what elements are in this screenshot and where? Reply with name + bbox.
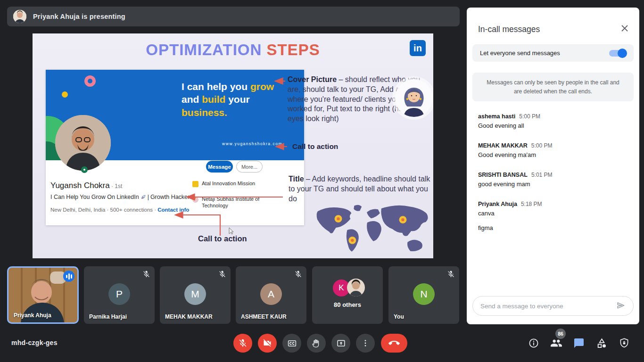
chat-message-list: ashema hasti5:00 PM Good evening all MEH… xyxy=(478,113,630,245)
mouse-cursor-icon xyxy=(229,228,234,234)
message-text: canva xyxy=(478,210,630,217)
mic-off-icon xyxy=(294,270,302,278)
participant-name: You xyxy=(394,313,404,320)
message-text: Good evening all xyxy=(478,122,630,129)
chat-panel-button[interactable] xyxy=(572,337,586,350)
mic-off-icon xyxy=(238,338,248,348)
message-text: good evening mam xyxy=(478,181,630,188)
sender-name: SRISHTI BANSAL xyxy=(478,172,528,178)
avatar: A xyxy=(260,283,282,305)
allow-messages-toggle[interactable] xyxy=(609,50,626,57)
mic-off-icon xyxy=(142,270,150,278)
mic-off-icon xyxy=(447,270,455,278)
audio-activity-indicator xyxy=(63,271,74,282)
chat-panel-title: In-call messages xyxy=(478,25,540,34)
allow-messages-label: Let everyone send messages xyxy=(480,49,609,57)
videocam-off-icon xyxy=(263,338,272,348)
avatar: N xyxy=(413,283,435,305)
presenter-avatar xyxy=(13,10,26,23)
sender-name: ashema hasti xyxy=(478,113,515,120)
send-icon xyxy=(616,300,626,311)
chat-icon xyxy=(573,337,585,349)
more-vert-icon xyxy=(361,338,370,348)
chat-message: Priyank Ahuja5:18 PM canva figma xyxy=(478,201,630,231)
send-message-button[interactable] xyxy=(614,299,627,313)
avatar: P xyxy=(108,283,130,305)
avatar-photo xyxy=(347,279,365,296)
meeting-details-button[interactable] xyxy=(527,337,540,350)
camera-toggle-button[interactable] xyxy=(258,334,277,353)
toggle-knob xyxy=(618,49,627,58)
present-screen-icon xyxy=(336,338,346,348)
message-time: 5:00 PM xyxy=(531,142,553,149)
person-photo-icon xyxy=(347,279,365,296)
sender-name: MEHAK MAKKAR xyxy=(478,142,528,149)
shield-lock-icon xyxy=(619,337,630,349)
meeting-code: mhd-czgk-ges xyxy=(11,339,58,346)
end-call-button[interactable] xyxy=(381,334,407,353)
activities-icon xyxy=(596,337,608,349)
participant-tile-parnika[interactable]: P Parnika Harjai xyxy=(84,266,155,324)
chat-message: MEHAK MAKKAR5:00 PM Good evening ma'am xyxy=(478,142,630,158)
captions-icon xyxy=(287,338,297,348)
participant-count-label: 80 others xyxy=(312,301,383,308)
more-options-button[interactable] xyxy=(356,334,375,353)
present-screen-button[interactable] xyxy=(331,334,350,353)
participant-name: Parnika Harjai xyxy=(89,313,127,320)
presenting-status-text: Priyank Ahuja is presenting xyxy=(33,13,125,20)
participant-tile-you[interactable]: N You xyxy=(388,266,459,324)
profile-photo-icon xyxy=(55,115,111,171)
captions-button[interactable] xyxy=(282,334,301,353)
mic-toggle-button[interactable] xyxy=(233,334,252,353)
raise-hand-icon xyxy=(312,338,322,348)
call-end-icon xyxy=(388,337,400,349)
in-call-messages-panel: In-call messages Let everyone send messa… xyxy=(467,8,639,324)
message-time: 5:01 PM xyxy=(531,172,553,178)
participant-name: MEHAK MAKKAR xyxy=(165,313,213,320)
sender-name: Priyank Ahuja xyxy=(478,201,517,207)
decor-teal-ring xyxy=(81,166,88,173)
profile-photo xyxy=(55,115,111,171)
host-controls-button[interactable] xyxy=(618,337,631,350)
chat-privacy-notice: Messages can only be seen by people in t… xyxy=(472,73,634,101)
raise-hand-button[interactable] xyxy=(307,334,326,353)
message-time: 5:00 PM xyxy=(519,113,540,120)
shared-screen-presentation: OPTIMIZATION STEPS in I can help you gro… xyxy=(33,33,433,258)
message-time: 5:18 PM xyxy=(521,201,542,207)
avatar: M xyxy=(184,283,206,305)
activities-button[interactable] xyxy=(595,337,608,350)
mic-off-icon xyxy=(218,270,226,278)
participant-name: ASHMEET KAUR xyxy=(241,313,287,320)
participant-tile-mehak[interactable]: M MEHAK MAKKAR xyxy=(160,266,231,324)
chat-input-container xyxy=(472,296,634,316)
participant-name: Priyank Ahuja xyxy=(14,312,51,319)
chat-message: SRISHTI BANSAL5:01 PM good evening mam xyxy=(478,172,630,188)
presenting-banner: Priyank Ahuja is presenting xyxy=(7,7,460,26)
message-text: Good evening ma'am xyxy=(478,151,630,158)
close-icon xyxy=(619,23,630,33)
participant-tile-ashmeet[interactable]: A ASHMEET KAUR xyxy=(236,266,306,324)
close-chat-button[interactable] xyxy=(619,23,631,35)
chat-message-input[interactable] xyxy=(480,303,614,310)
person-photo-icon xyxy=(13,10,26,23)
allow-messages-row: Let everyone send messages xyxy=(472,44,634,62)
info-icon xyxy=(528,337,539,349)
participant-tile-priyank[interactable]: Priyank Ahuja xyxy=(7,266,79,324)
participant-tile-others[interactable]: K 80 others xyxy=(312,266,383,324)
participant-count-badge: 86 xyxy=(555,329,566,339)
message-text: figma xyxy=(478,224,630,231)
chat-message: ashema hasti5:00 PM Good evening all xyxy=(478,113,630,129)
